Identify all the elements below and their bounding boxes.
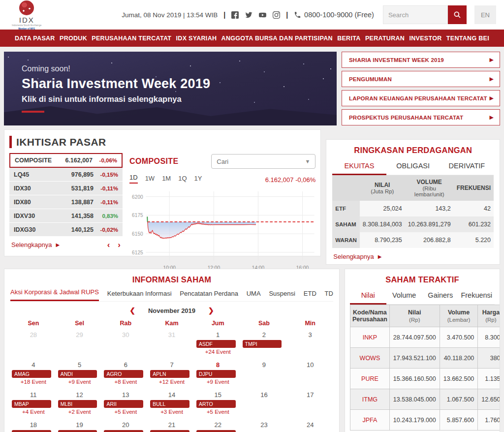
info-tab-td[interactable]: TD bbox=[325, 290, 333, 301]
calendar-day-number: 22 bbox=[196, 420, 240, 430]
calendar-more-events[interactable]: +4 Event bbox=[12, 409, 55, 415]
calendar-more-events[interactable]: +12 Event bbox=[150, 379, 193, 385]
info-tab-suspensi[interactable]: Suspensi bbox=[269, 290, 295, 301]
calendar-more-events[interactable]: +18 Event bbox=[12, 379, 55, 385]
range-tab-1d[interactable]: 1D bbox=[129, 174, 138, 184]
nav-item-berita[interactable]: BERITA bbox=[337, 35, 360, 42]
calendar-more-events[interactable]: +9 Event bbox=[58, 379, 101, 385]
calendar-next-icon[interactable]: ❯ bbox=[208, 307, 214, 314]
trading-summary-more-link[interactable]: Selengkapnya ▶ bbox=[333, 253, 493, 260]
index-row-idx30[interactable]: IDX30531,819-0,11% bbox=[9, 182, 123, 195]
range-tab-1w[interactable]: 1W bbox=[145, 175, 155, 184]
stock-code[interactable]: INKP bbox=[350, 327, 390, 348]
hero-banner[interactable]: Coming soon! Sharia Investment Week 2019… bbox=[4, 52, 337, 125]
chevron-right-icon: ▶ bbox=[490, 76, 494, 82]
index-row-idx80[interactable]: IDX80138,887-0,11% bbox=[9, 195, 123, 209]
stock-code[interactable]: ITMG bbox=[350, 389, 390, 410]
range-tab-1y[interactable]: 1Y bbox=[194, 175, 202, 184]
stock-code[interactable]: PURE bbox=[350, 369, 390, 389]
calendar-more-events[interactable]: +3 Event bbox=[150, 409, 193, 415]
pager-prev-icon[interactable]: ‹ bbox=[107, 241, 110, 249]
event-chip-agro[interactable]: AGRO bbox=[104, 370, 143, 378]
tab-ekuitas[interactable]: EKUITAS bbox=[332, 159, 386, 175]
calendar-cell: 14BULL+3 Event bbox=[149, 389, 195, 419]
quick-link-button[interactable]: PENGUMUMAN▶ bbox=[342, 71, 500, 87]
search-input[interactable] bbox=[383, 5, 448, 24]
index-row-idxg30[interactable]: IDXG30140,125-0,02% bbox=[9, 223, 123, 237]
nav-item-tentang-bei[interactable]: TENTANG BEI bbox=[446, 35, 489, 42]
tab-obligasi[interactable]: OBLIGASI bbox=[386, 159, 440, 175]
index-row-idxv30[interactable]: IDXV30141,3580,83% bbox=[9, 209, 123, 223]
quick-link-button[interactable]: PROSPEKTUS PERUSAHAAN TERCATAT▶ bbox=[342, 109, 500, 125]
phone-contact[interactable]: 0800-100-9000 (Free) bbox=[294, 11, 374, 19]
calendar-more-events[interactable]: +5 Event bbox=[196, 409, 240, 415]
search-button[interactable] bbox=[448, 5, 467, 24]
index-name: IDXG30 bbox=[14, 226, 71, 233]
info-tab-uma[interactable]: UMA bbox=[247, 290, 261, 301]
index-row-composite[interactable]: COMPOSITE6.162,007-0,06% bbox=[9, 153, 123, 168]
idx-logo[interactable]: IDX Indonesia Stock Exchange Member of W… bbox=[12, 0, 42, 30]
index-search-select[interactable]: Cari ▼ bbox=[211, 154, 315, 169]
range-tab-1q[interactable]: 1Q bbox=[178, 175, 187, 184]
tab-nilai[interactable]: Nilai bbox=[350, 288, 386, 305]
info-tab-pencatatan-perdana[interactable]: Pencatatan Perdana bbox=[180, 290, 238, 301]
facebook-icon[interactable] bbox=[231, 11, 239, 19]
idx-globe-icon bbox=[19, 0, 34, 15]
stock-code[interactable]: JPFA bbox=[350, 410, 390, 431]
pager-next-icon[interactable]: › bbox=[118, 241, 121, 249]
event-chip-djpu[interactable]: DJPU bbox=[196, 370, 236, 378]
calendar-day-header: Sen bbox=[10, 317, 57, 329]
event-chip-bbke[interactable]: BBKE bbox=[58, 430, 97, 432]
youtube-icon[interactable] bbox=[259, 11, 266, 19]
nav-item-data-pasar[interactable]: DATA PASAR bbox=[15, 35, 55, 42]
event-chip-arii[interactable]: ARII bbox=[104, 400, 143, 408]
calendar-prev-icon[interactable]: ❮ bbox=[129, 307, 135, 314]
tab-derivatif[interactable]: DERIVATIF bbox=[440, 159, 494, 175]
instagram-icon[interactable] bbox=[273, 11, 280, 19]
calendar-more-events[interactable]: +5 Event bbox=[104, 409, 147, 415]
calendar-weeks: 282930311ASDF+24 Event2TMPI34AMAG+18 Eve… bbox=[10, 329, 333, 432]
tab-gainers[interactable]: Gainers bbox=[422, 288, 459, 305]
event-chip-andi[interactable]: ANDI bbox=[58, 370, 97, 378]
language-toggle[interactable]: EN bbox=[474, 5, 496, 24]
range-tab-1m[interactable]: 1M bbox=[162, 175, 171, 184]
nav-item-perusahaan-tercatat[interactable]: PERUSAHAAN TERCATAT bbox=[92, 35, 171, 42]
nav-item-anggota-bursa-dan-partisipan[interactable]: ANGGOTA BURSA DAN PARTISIPAN bbox=[221, 35, 333, 42]
event-chip-apln[interactable]: APLN bbox=[150, 370, 189, 378]
nav-item-idx-syariah[interactable]: IDX SYARIAH bbox=[176, 35, 217, 42]
stock-code[interactable]: WOWS bbox=[350, 348, 390, 369]
calendar-more-events[interactable]: +8 Event bbox=[104, 379, 147, 385]
info-tab-etd[interactable]: ETD bbox=[304, 290, 316, 301]
event-chip-asdf[interactable]: ASDF bbox=[196, 340, 236, 348]
twitter-icon[interactable] bbox=[245, 11, 252, 19]
event-chip-dvla[interactable]: DVLA bbox=[196, 430, 236, 432]
event-chip-mlbi[interactable]: MLBI bbox=[58, 400, 97, 408]
svg-text:6200: 6200 bbox=[132, 193, 143, 199]
index-value: 6.162,007 bbox=[65, 157, 93, 164]
calendar-more-events[interactable]: +9 Event bbox=[196, 379, 240, 385]
event-chip-isat[interactable]: ISAT bbox=[150, 430, 189, 432]
event-chip-mbap[interactable]: MBAP bbox=[12, 400, 51, 408]
quick-link-button[interactable]: LAPORAN KEUANGAN PERUSAHAAN TERCATAT▶ bbox=[342, 90, 500, 106]
info-tab-keterbukaan-informasi[interactable]: Keterbukaan Informasi bbox=[107, 290, 172, 301]
tab-frekuensi[interactable]: Frekuensi bbox=[459, 288, 495, 305]
event-chip-amag[interactable]: AMAG bbox=[12, 370, 51, 378]
nav-item-peraturan[interactable]: PERATURAN bbox=[365, 35, 405, 42]
nav-item-investor[interactable]: INVESTOR bbox=[409, 35, 441, 42]
calendar-day-number: 8 bbox=[196, 360, 240, 370]
event-chip-foru[interactable]: FORU bbox=[12, 430, 51, 432]
nav-item-produk[interactable]: PRODUK bbox=[60, 35, 87, 42]
event-chip-tmpi[interactable]: TMPI bbox=[243, 340, 282, 348]
event-chip-arto[interactable]: ARTO bbox=[196, 400, 236, 408]
info-tab-aksi-korporasi-jadwal-rups[interactable]: Aksi Korporasi & Jadwal RUPS bbox=[10, 288, 99, 301]
quick-link-button[interactable]: SHARIA INVESTMENT WEEK 2019▶ bbox=[342, 52, 500, 68]
market-more-link[interactable]: Selengkapnya ▶ bbox=[11, 241, 60, 248]
index-row-lq45[interactable]: LQ45976,895-0,15% bbox=[9, 168, 123, 182]
calendar-more-events[interactable]: +24 Event bbox=[196, 349, 240, 355]
index-change: -0,11% bbox=[94, 199, 118, 205]
event-chip-sido[interactable]: SIDO bbox=[104, 430, 143, 432]
summary-volume: 206.882,8 bbox=[405, 232, 454, 248]
event-chip-bull[interactable]: BULL bbox=[150, 400, 189, 408]
calendar-more-events[interactable]: +2 Event bbox=[58, 409, 101, 415]
tab-volume[interactable]: Volume bbox=[386, 288, 423, 305]
